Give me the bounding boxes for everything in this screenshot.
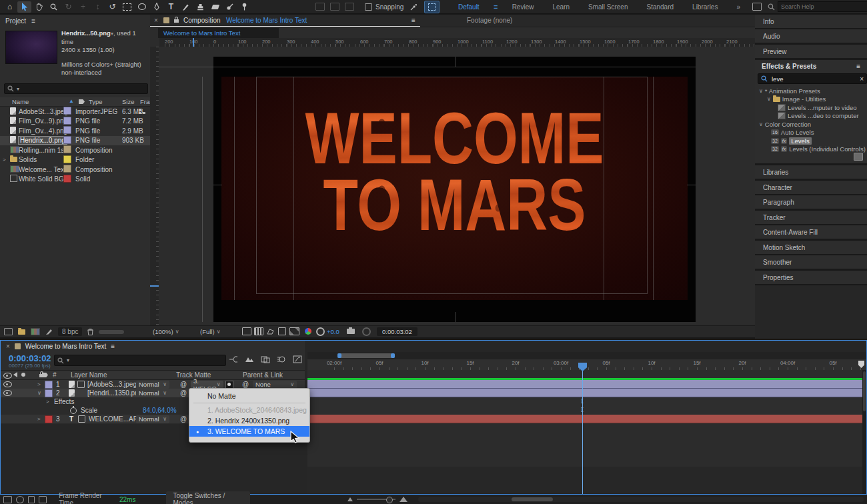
frame-blend-icon[interactable] (261, 355, 270, 363)
blend-mode-dropdown[interactable]: Normal∨ (136, 389, 169, 397)
new-composition-icon[interactable] (31, 328, 40, 335)
motion-blur-icon[interactable] (277, 355, 286, 363)
label-color-chip[interactable] (63, 165, 71, 173)
layer-label-chip[interactable] (45, 415, 53, 423)
panel-menu-icon[interactable]: ≡ (411, 17, 415, 24)
video-toggle[interactable] (3, 390, 12, 396)
frame-blending-icon[interactable] (16, 496, 25, 503)
project-search-field[interactable]: ▾ (4, 83, 148, 94)
guide-line[interactable] (653, 77, 654, 300)
workspace-standard[interactable]: Standard (637, 3, 683, 11)
rotation-tool[interactable]: ↺ (105, 1, 119, 13)
navigator-end-handle[interactable] (391, 353, 395, 358)
caret-down-icon[interactable]: ▾ (17, 86, 19, 92)
time-ruler[interactable]: 02:00f05f10f15f20f03:00f05f10f15f20f04:0… (307, 359, 866, 371)
hand-tool[interactable] (32, 1, 46, 13)
layer-label-chip[interactable] (45, 381, 53, 389)
exposure-reset-icon[interactable] (316, 327, 325, 335)
new-animation-preset-icon[interactable] (854, 153, 863, 162)
camera-tool[interactable] (120, 1, 134, 13)
label-column-icon[interactable] (42, 373, 48, 377)
stopwatch-icon[interactable] (70, 407, 77, 414)
comp-breadcrumb-tab[interactable]: Welcome to Mars Intro Text (158, 28, 279, 38)
guide-line[interactable] (604, 77, 604, 300)
effects-search-field[interactable]: × (758, 73, 867, 84)
workspace-default[interactable]: Default (449, 3, 489, 11)
panel-menu-icon[interactable]: ≡ (111, 343, 115, 350)
video-column-icon[interactable] (3, 373, 12, 379)
clear-search-icon[interactable]: × (860, 75, 864, 83)
info-panel-header[interactable]: Info (755, 15, 867, 28)
show-snapshot-icon[interactable] (362, 327, 371, 335)
expander-icon[interactable]: > (46, 397, 49, 406)
file-row[interactable]: Film_Ov...4).png PNG file 2.9 MB (0, 126, 150, 136)
effects-search-input[interactable] (770, 75, 846, 83)
workspace-libraries[interactable]: Libraries (683, 3, 727, 11)
horizontal-ruler[interactable]: 2001000100200300400500600700800900100011… (159, 38, 755, 47)
workspace-bar-icon[interactable] (750, 1, 764, 13)
matte-alpha-icon[interactable] (225, 381, 233, 389)
tree-item-levels-preset-1[interactable]: Levels ...mputer to video (759, 103, 867, 112)
project-settings-icon[interactable] (45, 328, 53, 335)
workspace-overflow[interactable]: » (727, 3, 750, 11)
scale-value[interactable]: 84.0,64.0% (143, 406, 177, 415)
snapping-checkbox[interactable] (365, 3, 372, 11)
clone-stamp-tool[interactable] (193, 1, 207, 13)
choose-grid-icon[interactable] (242, 327, 251, 335)
selection-tool[interactable] (17, 1, 31, 13)
sort-asc-icon[interactable]: ▲ (69, 98, 74, 104)
zoom-in-mountain-icon[interactable] (399, 497, 407, 502)
libraries-panel-header[interactable]: Libraries (755, 165, 867, 179)
interpret-footage-icon[interactable] (4, 328, 13, 335)
track-matte-dropdown[interactable]: 3. WELCO∨ (191, 381, 223, 389)
preview-time[interactable]: 0:00:03:02 (377, 327, 417, 335)
navigator-start-handle[interactable] (337, 353, 341, 358)
motion-blur-status-icon[interactable] (28, 496, 35, 503)
lock-icon[interactable] (174, 19, 179, 23)
effects-presets-title[interactable]: Effects & Presets (762, 63, 816, 70)
workspace-learn[interactable]: Learn (543, 3, 579, 11)
label-color-chip[interactable] (63, 145, 71, 153)
tree-item-auto-levels[interactable]: 16Auto Levels (759, 129, 867, 137)
layer-bar-2[interactable] (307, 389, 866, 397)
layer-bar-3[interactable] (307, 415, 866, 423)
type-tool[interactable]: T (164, 1, 178, 13)
layer-bar-1[interactable] (307, 380, 866, 389)
file-row[interactable]: White Solid BG Solid (0, 175, 150, 185)
timeline-search-field[interactable]: ▾ (54, 355, 226, 366)
snap-features-toggle[interactable] (424, 1, 440, 13)
number-column[interactable]: # (53, 371, 57, 379)
workspace-small-screen[interactable]: Small Screen (579, 3, 637, 11)
navigator-handle[interactable] (337, 353, 395, 358)
time-navigator[interactable] (307, 352, 866, 359)
menu-item-hendrix[interactable]: 2. Hendrix 2400x1350.png (189, 415, 309, 426)
project-panel-header[interactable]: Project ≡ (0, 15, 150, 27)
graph-status-icon[interactable] (39, 496, 47, 503)
matte-pickwhip-icon[interactable]: @ (180, 415, 187, 423)
shape-tool[interactable] (135, 1, 149, 13)
roto-brush-tool[interactable] (223, 1, 237, 13)
viewer-pasteboard[interactable]: WELCOME TO MARS (159, 47, 755, 325)
solo-column-icon[interactable] (21, 373, 25, 377)
blend-mode-dropdown[interactable]: Normal∨ (136, 381, 169, 389)
tree-item-animation-presets[interactable]: ∨* Animation Presets (759, 87, 867, 95)
snapshot-icon[interactable] (347, 327, 355, 335)
tree-item-levels-individual[interactable]: 32fxLevels (Individual Controls) (759, 145, 867, 154)
close-icon[interactable]: × (154, 17, 158, 24)
vertical-ruler[interactable] (150, 47, 159, 325)
label-color-chip[interactable] (63, 136, 71, 144)
caret-down-icon[interactable]: ▾ (67, 357, 69, 363)
label-color-chip[interactable] (63, 126, 71, 134)
file-row[interactable]: AdobeSt...3.jpeg ImporterJPEG 6.3 MB (0, 107, 150, 117)
timeline-tab-bar[interactable]: × Welcome to Mars Intro Text ≡ (1, 341, 305, 352)
brush-tool[interactable] (179, 1, 193, 13)
matte-pickwhip-icon[interactable]: @ (180, 380, 187, 389)
label-color-chip[interactable] (63, 155, 71, 163)
shy-layers-icon[interactable] (3, 496, 12, 503)
character-panel-header[interactable]: Character (755, 181, 867, 194)
file-row-selected[interactable]: Hendrix...0.png PNG file 903 KB (0, 136, 150, 146)
footage-name[interactable]: Hendrix...50.png (61, 29, 111, 37)
file-row[interactable]: Welcome... Text Composition (0, 165, 150, 175)
file-row[interactable]: > Solids Folder (0, 155, 150, 165)
home-tool[interactable]: ⌂ (3, 1, 17, 13)
